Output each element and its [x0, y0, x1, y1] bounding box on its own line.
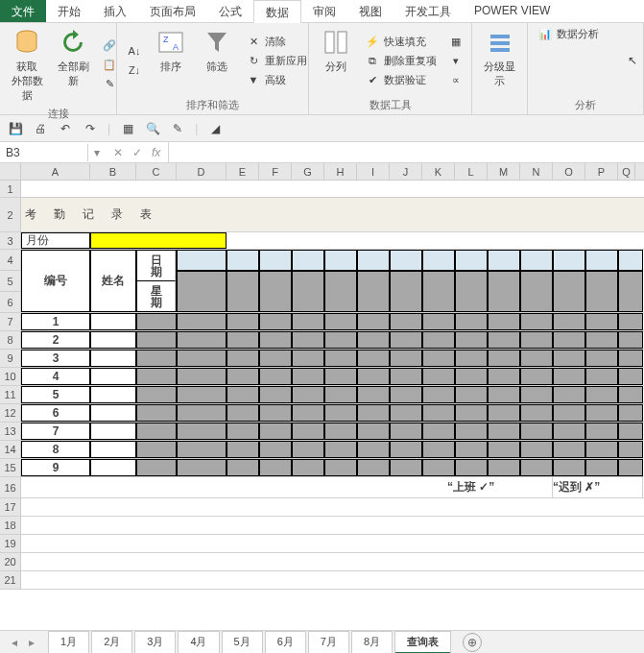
relationships-icon[interactable]: ∝	[444, 71, 467, 88]
text-to-columns-button[interactable]: 分列	[315, 25, 357, 96]
sheet-tab[interactable]: 7月	[308, 631, 349, 654]
row-header[interactable]: 2	[0, 198, 21, 231]
tab-home[interactable]: 开始	[46, 0, 92, 22]
col-header[interactable]: J	[390, 163, 422, 180]
col-header[interactable]: D	[177, 163, 227, 180]
row-no[interactable]: 2	[21, 331, 90, 349]
row-header[interactable]: 6	[0, 292, 21, 312]
fx-icon[interactable]: fx	[152, 146, 160, 159]
col-header[interactable]: O	[553, 163, 585, 180]
row-name[interactable]	[90, 313, 136, 330]
get-external-data-button[interactable]: 获取 外部数据	[6, 25, 48, 105]
name-box[interactable]: B3	[0, 144, 88, 161]
tab-view[interactable]: 视图	[347, 0, 394, 22]
row-header[interactable]: 10	[0, 368, 21, 385]
col-header[interactable]: E	[227, 163, 259, 180]
row-name[interactable]	[90, 441, 136, 458]
row-no[interactable]: 7	[21, 423, 90, 440]
namebox-dropdown-icon[interactable]: ▾	[88, 146, 106, 159]
row-header[interactable]: 14	[0, 441, 21, 458]
sheet-tab[interactable]: 5月	[222, 631, 263, 654]
col-header[interactable]: B	[90, 163, 136, 180]
row-header[interactable]: 17	[0, 498, 21, 516]
cancel-icon[interactable]: ✕	[113, 146, 123, 159]
row-header[interactable]: 15	[0, 459, 21, 476]
row-header[interactable]: 12	[0, 404, 21, 422]
reapply-button[interactable]: ↻重新应用	[242, 52, 311, 69]
row-header[interactable]: 16	[0, 477, 21, 497]
col-header[interactable]: I	[357, 163, 390, 180]
row-name[interactable]	[90, 459, 136, 476]
row-name[interactable]	[90, 350, 136, 367]
print-icon[interactable]: 🖨	[33, 121, 48, 136]
row-header[interactable]: 18	[0, 517, 21, 534]
row-no[interactable]: 4	[21, 368, 90, 385]
row-name[interactable]	[90, 331, 136, 349]
sort-button[interactable]: ZA 排序	[150, 25, 192, 96]
advanced-filter-button[interactable]: ▼高级	[242, 71, 311, 88]
tab-dev[interactable]: 开发工具	[394, 0, 463, 22]
tab-file[interactable]: 文件	[0, 0, 46, 22]
row-header[interactable]: 4	[0, 250, 21, 271]
sheet-nav-first-icon[interactable]: ◂	[6, 636, 23, 649]
sheet-tab[interactable]: 6月	[265, 631, 306, 654]
row-header[interactable]: 1	[0, 181, 21, 197]
row-no[interactable]: 1	[21, 313, 90, 330]
tab-formula[interactable]: 公式	[207, 0, 253, 22]
tab-review[interactable]: 审阅	[301, 0, 347, 22]
sheet-tab[interactable]: 1月	[48, 631, 89, 654]
row-header[interactable]: 8	[0, 331, 21, 349]
flash-fill-button[interactable]: ⚡快速填充	[361, 33, 441, 50]
month-input[interactable]	[90, 232, 227, 249]
sheet-tab[interactable]: 8月	[351, 631, 393, 654]
month-label[interactable]: 月份	[21, 232, 90, 249]
row-header[interactable]: 21	[0, 571, 21, 589]
sheet-tab[interactable]: 4月	[178, 631, 219, 654]
sort-desc-button[interactable]: Z↓	[123, 61, 146, 79]
col-header[interactable]: P	[585, 163, 618, 180]
select-all-button[interactable]	[0, 163, 21, 180]
row-no[interactable]: 3	[21, 350, 90, 367]
row-no[interactable]: 9	[21, 459, 90, 476]
data-validation-button[interactable]: ✔数据验证	[361, 71, 441, 88]
filter-button[interactable]: 筛选	[196, 25, 238, 96]
sheet-nav-prev-icon[interactable]: ▸	[23, 636, 40, 649]
col-header[interactable]: C	[136, 163, 177, 180]
outline-button[interactable]: 分级显示	[478, 25, 521, 110]
row-header[interactable]: 20	[0, 553, 21, 570]
undo-icon[interactable]: ↶	[58, 121, 73, 136]
add-sheet-button[interactable]: ⊕	[463, 633, 482, 652]
col-header[interactable]: F	[259, 163, 292, 180]
row-header[interactable]: 3	[0, 232, 21, 249]
sort-asc-button[interactable]: A↓	[123, 42, 146, 60]
row-header[interactable]: 13	[0, 423, 21, 440]
col-header[interactable]: A	[21, 163, 90, 180]
row-header[interactable]: 7	[0, 313, 21, 330]
tab-data[interactable]: 数据	[253, 0, 301, 23]
col-header[interactable]: H	[324, 163, 357, 180]
row-header[interactable]: 9	[0, 350, 21, 367]
eraser-icon[interactable]: ◢	[207, 121, 223, 136]
col-header[interactable]: N	[520, 163, 553, 180]
row-no[interactable]: 6	[21, 404, 90, 422]
spell-icon[interactable]: ✎	[170, 121, 185, 136]
col-header[interactable]: L	[455, 163, 488, 180]
formula-input[interactable]	[168, 142, 644, 162]
new-icon[interactable]: ▦	[120, 121, 135, 136]
data-analysis-button[interactable]: 📊数据分析	[534, 25, 603, 42]
sheet-tab[interactable]: 查询表	[394, 631, 451, 654]
row-header[interactable]: 11	[0, 386, 21, 403]
consolidate-icon[interactable]: ▦	[444, 33, 467, 50]
tab-insert[interactable]: 插入	[92, 0, 138, 22]
row-no[interactable]: 5	[21, 386, 90, 403]
tab-layout[interactable]: 页面布局	[138, 0, 207, 22]
save-icon[interactable]: 💾	[8, 121, 23, 136]
col-header[interactable]: M	[488, 163, 520, 180]
row-name[interactable]	[90, 404, 136, 422]
preview-icon[interactable]: 🔍	[145, 121, 160, 136]
tab-powerview[interactable]: POWER VIEW	[463, 0, 561, 22]
row-header[interactable]: 19	[0, 535, 21, 552]
row-name[interactable]	[90, 423, 136, 440]
sheet-tab[interactable]: 2月	[91, 631, 132, 654]
col-header[interactable]: K	[422, 163, 455, 180]
